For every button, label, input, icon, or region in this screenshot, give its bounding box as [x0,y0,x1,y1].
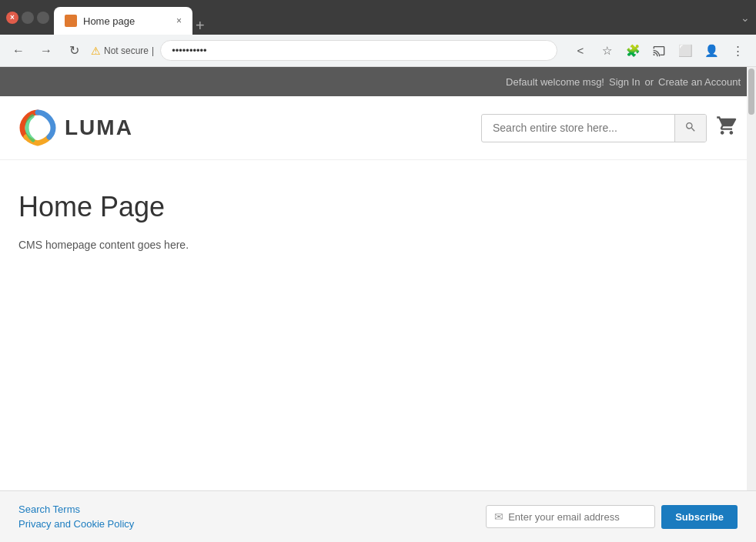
content-area: Default welcome msg! Sign In or Create a… [0,67,756,490]
page-wrapper: Default welcome msg! Sign In or Create a… [0,67,756,542]
logo-area: LUMA [18,109,133,147]
newsletter-area: ✉ Subscribe [486,505,738,529]
site-footer: Search Terms Privacy and Cookie Policy ✉… [0,490,756,542]
security-badge: ⚠ Not secure | [91,45,154,57]
bookmark-button[interactable]: ☆ [596,40,617,62]
tab-close-icon[interactable]: × [176,15,182,26]
address-bar-row: ← → ↻ ⚠ Not secure | < ☆ 🧩 ⬜ 👤 ⋮ [0,35,756,67]
page-title: Home Page [18,191,738,223]
welcome-message: Default welcome msg! [506,76,604,88]
security-warning-icon: ⚠ [91,45,101,57]
search-box [481,114,707,142]
back-button[interactable]: ← [8,40,29,62]
footer-links: Search Terms Privacy and Cookie Policy [18,504,134,530]
sign-in-link[interactable]: Sign In [609,76,640,88]
search-input[interactable] [482,115,674,140]
email-input-wrap: ✉ [486,505,655,528]
browser-chrome: × Home page × + ⌄ [0,0,756,35]
close-icon: × [10,13,15,22]
logo-text: LUMA [65,115,133,140]
tab-title: Home page [83,15,170,27]
footer-link-privacy[interactable]: Privacy and Cookie Policy [18,518,134,530]
page-content-text: CMS homepage content goes here. [18,239,738,251]
security-label: Not secure [104,45,149,56]
window-controls: × [6,12,49,24]
create-account-link[interactable]: Create an Account [658,76,741,88]
split-button[interactable]: ⬜ [674,40,696,62]
tab-bar: Home page × + [54,0,736,35]
footer-link-search-terms[interactable]: Search Terms [18,504,134,515]
address-separator: | [152,45,154,56]
browser-actions: < ☆ 🧩 ⬜ 👤 ⋮ [570,40,748,62]
refresh-button[interactable]: ↻ [63,40,85,62]
scrollbar[interactable] [747,67,756,490]
share-button[interactable]: < [570,40,591,62]
tab-favicon [65,15,77,27]
subscribe-button[interactable]: Subscribe [661,505,738,529]
luma-logo-icon [18,109,57,147]
menu-button[interactable]: ⋮ [727,40,748,62]
search-button[interactable] [674,115,706,142]
email-icon: ✉ [494,510,503,523]
new-tab-button[interactable]: + [196,17,205,35]
tab-chevron-icon[interactable]: ⌄ [741,12,750,24]
window-close-button[interactable]: × [6,12,18,24]
site-header: LUMA [0,96,756,160]
extensions-button[interactable]: 🧩 [622,40,644,62]
email-input[interactable] [508,511,647,523]
address-input[interactable] [160,40,557,61]
active-tab[interactable]: Home page × [54,7,192,35]
window-maximize-button[interactable] [37,12,49,24]
scrollbar-thumb[interactable] [748,69,754,115]
separator: or [644,76,654,88]
profile-button[interactable]: 👤 [701,40,722,62]
forward-button[interactable]: → [35,40,57,62]
window-minimize-button[interactable] [22,12,34,24]
cart-button[interactable] [716,115,738,141]
cast-button[interactable] [648,40,670,62]
search-area [481,114,738,142]
site-content: Home Page CMS homepage content goes here… [0,160,756,282]
site-top-bar: Default welcome msg! Sign In or Create a… [0,67,756,96]
